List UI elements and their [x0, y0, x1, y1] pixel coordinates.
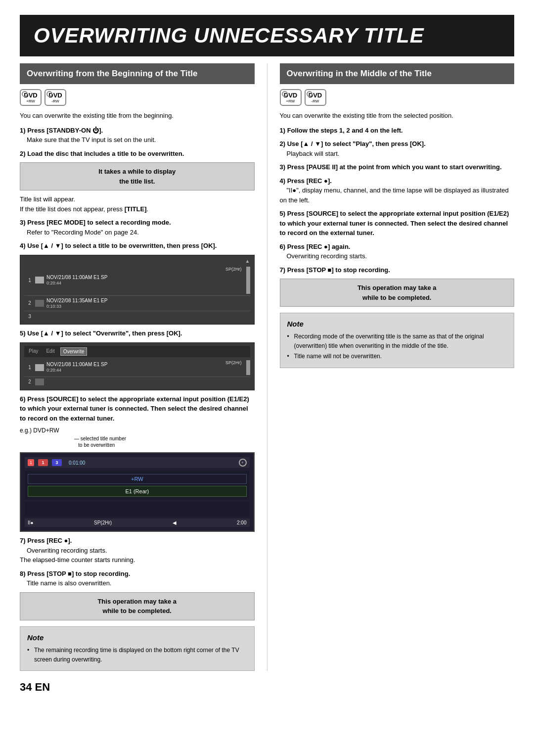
left-intro: You can overwrite the existing title fro…	[20, 111, 255, 121]
left-step-1-body: Make sure that the TV input is set on th…	[20, 136, 156, 143]
note-item-right-1: • Recording mode of the overwriting titl…	[287, 332, 507, 351]
left-step-7-body: Overwriting recording starts.The elapsed…	[20, 547, 135, 564]
right-step-2-title: 2) Use [▲ / ▼] to select "Play", then pr…	[280, 140, 426, 147]
left-step-4-title: 4) Use [▲ / ▼] to select a title to be o…	[20, 242, 217, 249]
right-step-2-body: Playback will start.	[280, 150, 340, 157]
left-step-6-title: 6) Press [SOURCE] to select the appropri…	[20, 395, 249, 422]
page-number: 34 EN	[20, 681, 514, 694]
right-step-6-body: Overwriting recording starts.	[280, 252, 367, 260]
left-step-1: 1) Press [STANDBY-ON ⏻]. Make sure that …	[20, 126, 255, 145]
note-box-right: Note • Recording mode of the overwriting…	[280, 313, 515, 368]
tv-screen-diagram: 1 1 3 0:01:00 + +RW E1 (Rear) II● SP(2Hr…	[20, 452, 255, 532]
right-step-5-title: 5) Press [SOURCE] to select the appropri…	[280, 210, 509, 236]
left-step-2-title: 2) Load the disc that includes a title t…	[20, 150, 184, 157]
tv-status-left: II●	[28, 520, 34, 525]
right-step-4-title: 4) Press [REC ●].	[280, 177, 332, 185]
left-step-8: 8) Press [STOP ■] to stop recording. Tit…	[20, 569, 255, 588]
callout-operation-left: This operation may take awhile to be com…	[20, 592, 255, 620]
dvd-plus-rw-icon-left: DVD +RW	[20, 89, 42, 106]
right-dvd-icons: DVD +RW DVD -RW	[280, 89, 515, 106]
right-step-1: 1) Follow the steps 1, 2 and 4 on the le…	[280, 126, 515, 136]
right-section-header: Overwriting in the Middle of the Title	[280, 63, 515, 84]
screen-title-list: ▲ 1 NOV/21/08 11:00AM E1 SP 0:20:44 SP(2…	[20, 255, 255, 325]
callout-operation-right: This operation may take awhile to be com…	[280, 279, 515, 307]
right-step-4-body: "II●", display menu, channel, and the ti…	[280, 187, 509, 204]
note-text-right-1: Recording mode of the overwriting title …	[294, 332, 507, 351]
tv-status-icon: ◀	[173, 520, 177, 525]
left-dvd-icons: DVD +RW DVD -RW	[20, 89, 255, 106]
right-intro: You can overwrite the existing title fro…	[280, 111, 515, 121]
left-step-8-body: Title name is also overwritten.	[20, 579, 111, 587]
left-section-header: Overwriting from the Beginning of the Ti…	[20, 63, 255, 84]
left-step-8-title: 8) Press [STOP ■] to stop recording.	[20, 570, 130, 577]
right-step-2: 2) Use [▲ / ▼] to select "Play", then pr…	[280, 139, 515, 158]
right-step-1-title: 1) Follow the steps 1, 2 and 4 on the le…	[280, 127, 403, 134]
left-step-3-title: 3) Press [REC MODE] to select a recordin…	[20, 219, 171, 226]
right-step-6: 6) Press [REC ●] again. Overwriting reco…	[280, 242, 515, 261]
left-step-2-body-text: Title list will appear.If the title list…	[20, 195, 148, 213]
dvd-plus-rw-icon-right: DVD +RW	[280, 89, 302, 106]
note-item-right-2: • Title name will not be overwritten.	[287, 352, 507, 361]
note-item-left-1: • The remaining recording time is displa…	[27, 646, 247, 664]
note-text-right-2: Title name will not be overwritten.	[294, 352, 382, 361]
left-step-6: 6) Press [SOURCE] to select the appropri…	[20, 394, 255, 424]
note-title-left: Note	[27, 632, 247, 644]
right-step-3-title: 3) Press [PAUSE II] at the point from wh…	[280, 163, 502, 171]
note-text-left-1: The remaining recording time is displaye…	[34, 646, 247, 664]
tv-status-time: 2:00	[237, 520, 246, 525]
left-step-1-title: 1) Press [STANDBY-ON ⏻].	[20, 127, 103, 134]
column-divider	[267, 63, 267, 671]
left-step-5-title: 5) Use [▲ / ▼] to select "Overwrite", th…	[20, 330, 182, 337]
left-step-7: 7) Press [REC ●]. Overwriting recording …	[20, 536, 255, 565]
right-step-3: 3) Press [PAUSE II] at the point from wh…	[280, 162, 515, 172]
left-column: Overwriting from the Beginning of the Ti…	[20, 63, 255, 671]
left-step-5: 5) Use [▲ / ▼] to select "Overwrite", th…	[20, 329, 255, 338]
diagram-label-text: — selected title number to be overwritte…	[74, 435, 126, 448]
note-title-right: Note	[287, 318, 507, 330]
eg-label: e.g.) DVD+RW	[20, 427, 255, 434]
callout-title-list: It takes a while to displaythe title lis…	[20, 162, 255, 190]
left-step-3: 3) Press [REC MODE] to select a recordin…	[20, 218, 255, 237]
screen-overwrite-menu: Play Edit Overwrite 1 NOV/21/08 11:00AM …	[20, 342, 255, 390]
right-step-7: 7) Press [STOP ■] to stop recording.	[280, 265, 515, 275]
right-step-4: 4) Press [REC ●]. "II●", display menu, c…	[280, 176, 515, 205]
right-step-6-title: 6) Press [REC ●] again.	[280, 243, 351, 250]
right-step-5: 5) Press [SOURCE] to select the appropri…	[280, 209, 515, 238]
tv-status-quality: SP(2Hr)	[94, 520, 112, 525]
dvd-minus-rw-icon-left: DVD -RW	[44, 89, 66, 106]
dvd-minus-rw-icon-right: DVD -RW	[305, 89, 326, 106]
left-step-2-body: Title list will appear.If the title list…	[20, 194, 255, 214]
left-step-4: 4) Use [▲ / ▼] to select a title to be o…	[20, 241, 255, 251]
left-step-7-title: 7) Press [REC ●].	[20, 537, 72, 544]
right-column: Overwriting in the Middle of the Title D…	[280, 63, 515, 671]
note-box-left: Note • The remaining recording time is d…	[20, 626, 255, 671]
main-title: OVERWRITING UNNECESSARY TITLE	[20, 15, 514, 56]
left-step-2: 2) Load the disc that includes a title t…	[20, 149, 255, 159]
left-step-3-body: Refer to "Recording Mode" on page 24.	[20, 229, 139, 236]
right-step-7-title: 7) Press [STOP ■] to stop recording.	[280, 266, 390, 274]
tv-btn-1: 1	[28, 459, 34, 466]
